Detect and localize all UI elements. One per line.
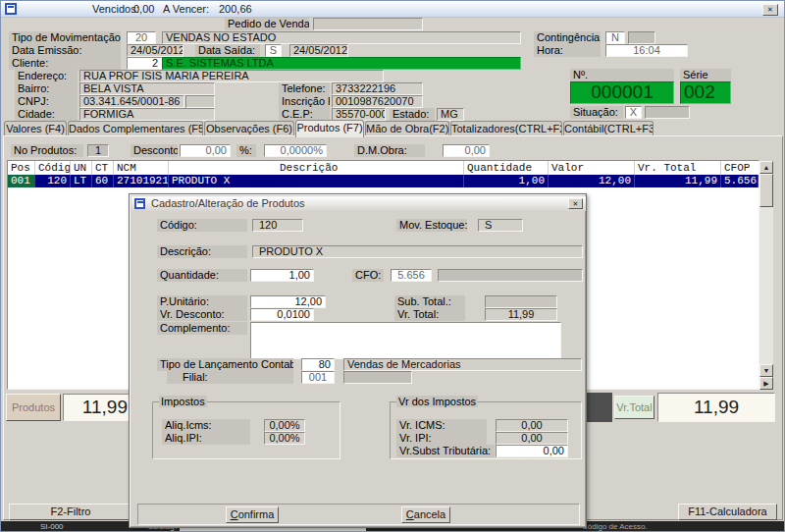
tab-observacoes[interactable]: Observações (F6) [204, 121, 294, 136]
tab-mao-de-obra[interactable]: Mão de Obra(F2) [365, 121, 449, 136]
contingencia-label: Contingência: [534, 31, 601, 44]
taskbar-right-text: Código de Acesso. [582, 521, 648, 532]
bairro-label: Bairro: [15, 82, 78, 95]
cell-quantidade: 1,00 [464, 175, 549, 187]
data-emissao-value[interactable]: 24/05/2012 [127, 44, 183, 57]
col-quantidade: Quantidade [464, 161, 549, 175]
dialog-button-bar [137, 504, 580, 525]
quantidade-label: Quantidade: [157, 269, 247, 282]
numero-label: Nº. [570, 69, 674, 81]
hora-value[interactable]: 16:04 [605, 44, 688, 57]
tipo-movimentacao-descricao: VENDAS NO ESTADO [162, 31, 521, 44]
col-un: UN [71, 161, 92, 175]
contingencia-extra-field [628, 31, 655, 44]
tab-produtos[interactable]: Produtos (F7) [295, 120, 364, 137]
vr-total-label: Vr. Total: [394, 308, 465, 321]
cfo-value: 5.656 [391, 269, 432, 282]
complemento-textarea[interactable] [250, 322, 561, 359]
f11-calculadora-button[interactable]: F11-Calculadora [678, 504, 777, 520]
sub-total-label: Sub. Total.: [394, 295, 465, 308]
vr-desconto-label: Vr. Desconto: [157, 308, 247, 321]
dialog-title: Cadastro/Alteração de Produtos [151, 196, 305, 211]
vencidos-label: Vencidos: [92, 3, 139, 15]
cliente-label: Cliente: [9, 57, 121, 70]
cell-un: LT [71, 175, 92, 187]
vr-impostos-title: Vr dos Impostos [396, 396, 478, 407]
confirma-button[interactable]: Confirma [226, 506, 279, 523]
tipo-lancamento-code[interactable]: 80 [301, 358, 335, 371]
contingencia-value[interactable]: N [605, 31, 625, 44]
taskbar-item-1[interactable]: SI-000 [40, 521, 64, 532]
tab-dados-complementares[interactable]: Dados Complementares (F5) [68, 121, 203, 136]
window-titlebar: Vencidos: 0,00 A Vencer: 200,66 ✕ [1, 1, 785, 18]
complemento-label: Complemento: [157, 322, 247, 335]
vr-icms-value: 0,00 [496, 419, 568, 432]
desconto-label: Desconto: [131, 144, 178, 157]
scroll-thumb[interactable] [759, 174, 773, 207]
cell-pos: 001 [8, 175, 35, 187]
produto-dialog-titlebar: Cadastro/Alteração de Produtos ✕ [131, 196, 586, 211]
col-vr-total: Vr. Total [635, 161, 721, 175]
percent-label: %: [236, 144, 256, 157]
serie-label: Série [680, 69, 731, 81]
col-ct: CT [92, 161, 114, 175]
table-row[interactable]: 001 120 LT 60 27101921 PRODUTO X 1,00 12… [8, 175, 759, 187]
vr-desconto-input[interactable]: 0,0100 [250, 308, 314, 321]
pedido-de-venda-window: Vencidos: 0,00 A Vencer: 200,66 ✕ Pedido… [0, 0, 785, 532]
aliq-ipi-label: Aliq.IPI: [162, 432, 250, 445]
cliente-code[interactable]: 2 [127, 57, 162, 70]
vr-subst-label: Vr.Subst Tributária: [396, 445, 495, 457]
codigo-label: Código: [157, 219, 247, 232]
col-descricao: Descrição [169, 161, 464, 175]
data-saida-flag[interactable]: S [265, 44, 282, 57]
cell-ncm: 27101921 [114, 175, 169, 187]
cfo-label: CFO: [352, 269, 384, 282]
col-cfop: CFOP [721, 161, 759, 175]
quantidade-input[interactable]: 1,00 [250, 269, 314, 282]
cell-descricao: PRODUTO X [169, 175, 464, 187]
filial-label: Filial: [167, 371, 293, 384]
cidade-label: Cidade: [15, 108, 78, 121]
vr-icms-label: Vr. ICMS: [396, 419, 487, 432]
bairro-value: BELA VISTA [79, 82, 215, 95]
cliente-nome: S.E. SISTEMAS LTDA [162, 57, 521, 70]
sub-total-value [485, 295, 557, 308]
cnpj-label: CNPJ: [15, 95, 78, 108]
p-unitario-input[interactable]: 12,00 [250, 295, 326, 308]
vencidos-value: 0,00 [133, 3, 154, 15]
cancela-button[interactable]: Cancela [401, 506, 450, 523]
endereco-label: Endereço: [15, 70, 78, 82]
tipo-lancamento-label: Tipo de Lançamento Contabil: [157, 358, 293, 371]
dmobra-input[interactable]: 0,00 [443, 144, 490, 157]
vrtotal-value: 11,99 [657, 393, 775, 422]
telefone-value: 3733222196 [332, 82, 423, 95]
tab-totalizadores[interactable]: Totalizadores(CTRL+F2) [450, 121, 562, 136]
window-close-icon[interactable]: ✕ [762, 4, 778, 16]
filial-value: 001 [301, 371, 335, 384]
form-title: Pedido de Venda: [225, 18, 309, 30]
descricao-label: Descrição: [157, 245, 247, 258]
situacao-value[interactable]: X [625, 106, 642, 119]
table-vertical-scrollbar[interactable]: ▲ ▼ ▶ [759, 161, 773, 390]
scroll-right-icon[interactable]: ▶ [759, 377, 773, 390]
situacao-extra-field [645, 106, 690, 119]
desconto-input[interactable]: 0,00 [180, 144, 231, 157]
vr-ipi-value: 0,00 [496, 432, 568, 445]
tab-contabil[interactable]: Contábil(CTRL+F3) [563, 121, 654, 136]
p-unitario-label: P.Unitário: [157, 295, 247, 308]
tab-valores[interactable]: Valores (F4) [4, 121, 67, 136]
telefone-label: Telefone: [279, 82, 330, 95]
f2-filtro-button[interactable]: F2-Filtro [9, 504, 132, 520]
scroll-down-icon[interactable]: ▼ [759, 364, 773, 377]
percent-input[interactable]: 0,0000% [264, 144, 327, 157]
vr-subst-input[interactable]: 0,00 [496, 445, 568, 457]
hora-label: Hora: [534, 44, 601, 57]
dialog-close-icon[interactable]: ✕ [568, 198, 583, 209]
tipo-movimentacao-code[interactable]: 20 [127, 31, 156, 44]
data-emissao-label: Data Emissão: [9, 44, 121, 57]
data-saida-value[interactable]: 24/05/2012 [289, 44, 348, 57]
inscricao-value: 0010987620070 [332, 95, 423, 108]
scroll-up-icon[interactable]: ▲ [759, 161, 773, 174]
serie-value: 002 [680, 81, 731, 104]
col-valor: Valor [549, 161, 635, 175]
